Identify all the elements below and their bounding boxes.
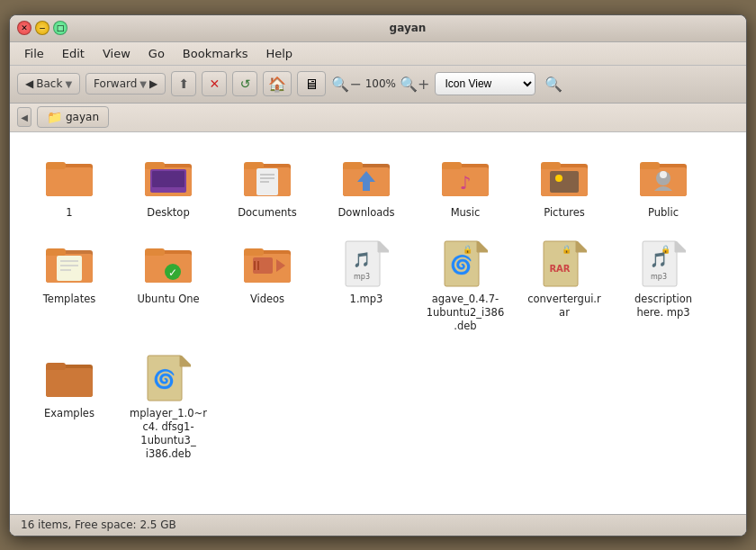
zoom-in-button[interactable]: 🔍+ (400, 76, 429, 93)
deb-file-icon-agave: 🔒 🌀 (440, 239, 490, 289)
menu-edit[interactable]: Edit (55, 45, 92, 62)
list-item[interactable]: Videos (222, 233, 312, 338)
breadcrumb-item-home[interactable]: 📁 gayan (37, 106, 109, 128)
up-button[interactable]: ⬆ (171, 71, 196, 96)
svg-rect-75 (46, 363, 66, 370)
list-item[interactable]: 🌀 mplayer_1.0~rc4. dfsg1-1ubuntu3_ i386.… (123, 347, 213, 466)
file-name: Documents (238, 206, 297, 220)
list-item[interactable]: Downloads (321, 147, 411, 225)
svg-marker-59 (477, 241, 488, 252)
forward-arrow-icon: ▶ (149, 77, 158, 90)
zoom-out-button[interactable]: 🔍− (331, 76, 361, 93)
computer-button[interactable]: 🖥 (297, 71, 326, 96)
list-item[interactable]: Documents (222, 147, 312, 225)
list-item[interactable]: 🎵 mp3 1.mp3 (321, 233, 411, 338)
svg-rect-48 (253, 257, 273, 274)
folder-icon-templates (44, 239, 94, 289)
file-name: Videos (250, 293, 284, 306)
close-button[interactable]: ✕ (17, 21, 32, 35)
folder-icon-videos (242, 239, 292, 289)
list-item[interactable]: 🔒 RAR convertergui.rar (519, 233, 609, 338)
file-name: Music (451, 206, 481, 220)
svg-marker-78 (180, 356, 191, 366)
svg-text:mp3: mp3 (354, 273, 370, 281)
svg-text:♪: ♪ (460, 172, 472, 194)
svg-rect-42 (145, 248, 165, 256)
menubar: File Edit View Go Bookmarks Help (10, 42, 746, 66)
file-area: 1 Desktop (10, 132, 746, 514)
file-name: mplayer_1.0~rc4. dfsg1-1ubuntu3_ i386.de… (129, 407, 208, 461)
file-name: Pictures (544, 206, 585, 220)
zoom-area: 🔍− 100% 🔍+ (331, 76, 429, 93)
list-item[interactable]: Pictures (519, 147, 609, 225)
menu-bookmarks[interactable]: Bookmarks (176, 45, 256, 62)
svg-text:🌀: 🌀 (153, 368, 176, 390)
folder-icon-downloads (341, 152, 392, 203)
back-arrow-icon: ◀ (25, 77, 33, 90)
file-name: Examples (44, 407, 94, 420)
home-button[interactable]: 🏠 (263, 71, 292, 96)
menu-help[interactable]: Help (258, 45, 300, 62)
svg-rect-74 (46, 368, 93, 397)
zoom-percent: 100% (365, 77, 396, 90)
svg-rect-36 (57, 256, 82, 281)
stop-button[interactable]: ✕ (202, 71, 227, 96)
maximize-button[interactable]: □ (53, 21, 68, 35)
minimize-button[interactable]: − (35, 21, 50, 35)
file-name: Public (648, 206, 679, 220)
list-item[interactable]: Desktop (123, 147, 213, 225)
back-dropdown-icon[interactable]: ▼ (65, 79, 72, 89)
folder-icon-pictures (539, 152, 590, 203)
forward-label: Forward (94, 77, 137, 90)
file-manager-window: ✕ − □ gayan File Edit View Go Bookmarks … (9, 14, 747, 536)
file-name: 1.mp3 (350, 293, 383, 306)
list-item[interactable]: Templates (24, 233, 114, 338)
rar-file-icon: 🔒 RAR (539, 239, 590, 289)
file-name: 1 (66, 206, 72, 220)
back-label: Back (36, 77, 62, 90)
window-title: gayan (76, 22, 739, 34)
svg-rect-17 (343, 162, 363, 169)
status-text: 16 items, Free space: 2.5 GB (21, 518, 176, 531)
svg-rect-2 (46, 162, 66, 169)
svg-rect-26 (550, 171, 579, 193)
list-item[interactable]: ✓ Ubuntu One (123, 233, 213, 338)
folder-icon: 📁 (47, 110, 62, 124)
file-grid: 1 Desktop (24, 147, 732, 467)
list-item[interactable]: 🔒 🎵 mp3 description here. mp3 (618, 233, 708, 338)
view-mode-select[interactable]: Icon View List View Compact View (435, 72, 536, 95)
svg-text:🎵: 🎵 (650, 251, 668, 268)
list-item[interactable]: 🔒 🌀 agave_0.4.7-1ubuntu2_i386.deb (420, 233, 510, 338)
titlebar: ✕ − □ gayan (10, 15, 746, 42)
svg-marker-64 (576, 241, 587, 252)
back-button[interactable]: ◀ Back ▼ (17, 73, 80, 95)
menu-file[interactable]: File (17, 45, 51, 62)
forward-dropdown-icon[interactable]: ▼ (140, 79, 147, 89)
svg-text:🎵: 🎵 (353, 251, 371, 268)
breadcrumb-back-icon[interactable]: ◀ (17, 107, 32, 127)
menu-go[interactable]: Go (141, 45, 172, 62)
svg-text:🔒: 🔒 (562, 244, 572, 255)
forward-button[interactable]: Forward ▼ ▶ (86, 73, 166, 95)
list-item[interactable]: ♪ Music (420, 147, 510, 225)
breadcrumb-path: gayan (66, 111, 99, 123)
file-name: Templates (43, 293, 95, 306)
file-name: Desktop (147, 206, 189, 220)
list-item[interactable]: 1 (24, 147, 114, 225)
svg-text:✓: ✓ (168, 266, 177, 279)
reload-button[interactable]: ↺ (232, 71, 257, 96)
folder-icon-music: ♪ (440, 152, 490, 203)
svg-rect-1 (46, 167, 93, 196)
statusbar: 16 items, Free space: 2.5 GB (10, 514, 746, 536)
toolbar: ◀ Back ▼ Forward ▼ ▶ ⬆ ✕ ↺ 🏠 🖥 🔍− 100% 🔍… (10, 66, 746, 104)
breadcrumb-bar: ◀ 📁 gayan (10, 104, 746, 132)
list-item[interactable]: Examples (24, 347, 114, 466)
svg-rect-25 (541, 162, 561, 169)
svg-marker-69 (675, 241, 686, 252)
menu-view[interactable]: View (95, 45, 138, 62)
search-button[interactable]: 🔍 (541, 71, 566, 96)
svg-point-27 (555, 175, 562, 182)
mp3-file-icon-1: 🎵 mp3 (341, 239, 392, 289)
list-item[interactable]: Public (618, 147, 708, 225)
file-name: description here. mp3 (624, 293, 703, 320)
